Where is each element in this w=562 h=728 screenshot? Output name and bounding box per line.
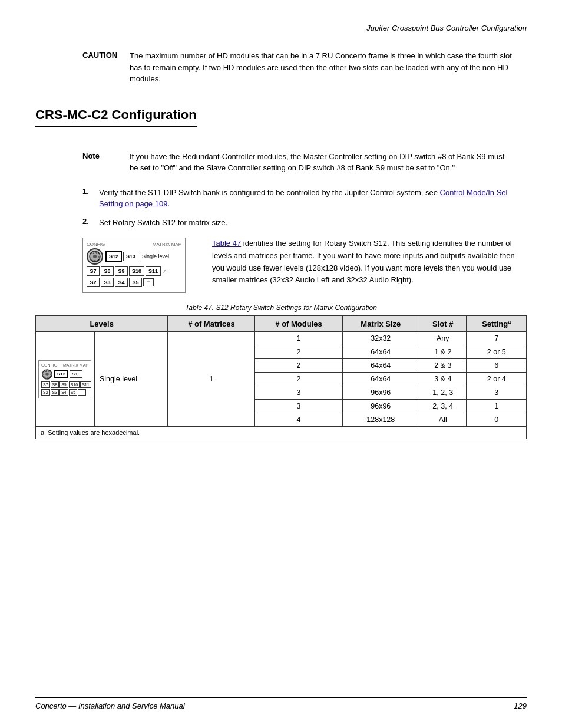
th-slot: Slot # — [419, 316, 467, 332]
hw-rect-module: □ — [143, 278, 154, 286]
step-1-text-after: . — [167, 199, 170, 208]
data-table: Levels # of Matrices # of Modules Matrix… — [35, 315, 527, 439]
table-para-text: identifies the setting for Rotary Switch… — [212, 239, 515, 284]
th-levels: Levels — [36, 316, 168, 332]
table-header-row: Levels # of Matrices # of Modules Matrix… — [36, 316, 527, 332]
caution-label: CAUTION — [82, 50, 130, 85]
hw-diagram-area: CONFIG MATRIX MAP 2 3 4 5 1 6 E D C B — [82, 238, 200, 295]
table-footnote-row: a. Setting values are hexadecimal. — [36, 427, 527, 439]
hw-row-2: S7 S8 S9 S10 S11 ≠ — [87, 266, 181, 276]
hw-chip-s10: S10 — [129, 266, 144, 276]
td-modules: 3 — [255, 386, 342, 400]
page-footer: Concerto — Installation and Service Manu… — [35, 697, 527, 710]
hw-top-labels: CONFIG MATRIX MAP — [87, 242, 181, 247]
td-setting: 2 or 4 — [467, 373, 527, 386]
step-2: 2. Set Rotary Switch S12 for matrix size… — [82, 217, 515, 229]
hw-label-matrix: MATRIX MAP — [153, 242, 181, 247]
td-slot: 3 & 4 — [419, 373, 467, 386]
step-1-text-before: Verify that the S11 DIP Switch bank is c… — [99, 188, 440, 197]
td-modules: 1 — [255, 332, 342, 345]
td-size: 64x64 — [342, 373, 419, 386]
section-title: CRS-MC-C2 Configuration — [35, 107, 197, 127]
hw-single-level-label: Single level — [142, 253, 169, 259]
td-size: 64x64 — [342, 345, 419, 359]
td-matrices: 1 — [168, 332, 255, 427]
td-modules: 2 — [255, 345, 342, 359]
td-setting: 0 — [467, 413, 527, 427]
footer-right: 129 — [514, 701, 527, 710]
td-slot: 1 & 2 — [419, 345, 467, 359]
hw-chip-s9: S9 — [115, 266, 128, 276]
table-47-link[interactable]: Table 47 — [212, 239, 241, 248]
note-label: Note — [82, 151, 130, 174]
td-modules: 4 — [255, 413, 342, 427]
step-2-text: Set Rotary Switch S12 for matrix size. — [99, 217, 227, 229]
hw-chip-s4: S4 — [115, 278, 128, 287]
caution-block: CAUTION The maximum number of HD modules… — [82, 50, 515, 85]
td-size: 128x128 — [342, 413, 419, 427]
svg-point-1 — [93, 255, 97, 258]
step-1-num: 1. — [82, 187, 99, 210]
td-slot: 2 & 3 — [419, 359, 467, 373]
hw-row-3: S2 S3 S4 S5 □ — [87, 278, 181, 287]
step-1: 1. Verify that the S11 DIP Switch bank i… — [82, 187, 515, 210]
hw-label-config: CONFIG — [87, 242, 105, 247]
svg-text:2 3 4 5: 2 3 4 5 — [90, 251, 100, 255]
svg-text:6: 6 — [50, 374, 51, 376]
td-setting: 1 — [467, 400, 527, 413]
svg-text:2 3 4 5: 2 3 4 5 — [43, 370, 51, 373]
td-setting: 6 — [467, 359, 527, 373]
td-slot: 1, 2, 3 — [419, 386, 467, 400]
hw-chip-s8: S8 — [101, 266, 114, 276]
td-slot: All — [419, 413, 467, 427]
table-paragraph: Table 47 identifies the setting for Rota… — [212, 238, 515, 286]
td-size: 32x32 — [342, 332, 419, 345]
th-modules: # of Modules — [255, 316, 342, 332]
note-block: Note If you have the Redundant-Controlle… — [82, 151, 515, 174]
th-matrix-size: Matrix Size — [342, 316, 419, 332]
hw-chip-s13: S13 — [123, 252, 138, 261]
hw-chip-s5: S5 — [129, 278, 142, 287]
th-matrices: # of Matrices — [168, 316, 255, 332]
caution-text: The maximum number of HD modules that ca… — [130, 50, 515, 85]
svg-point-9 — [45, 373, 48, 375]
steps-list: 1. Verify that the S11 DIP Switch bank i… — [82, 187, 515, 229]
header-title: Jupiter Crosspoint Bus Controller Config… — [366, 24, 527, 32]
td-diagram: CONFIGMATRIX MAP 2 3 4 5 1 6 E D C B A — [36, 332, 95, 427]
hw-chip-s11: S11 — [146, 266, 161, 276]
td-size: 96x96 — [342, 386, 419, 400]
table-caption: Table 47. S12 Rotary Switch Settings for… — [35, 304, 527, 312]
hw-diagram: CONFIG MATRIX MAP 2 3 4 5 1 6 E D C B — [82, 238, 186, 293]
svg-text:A: A — [98, 258, 100, 261]
step-1-text: Verify that the S11 DIP Switch bank is c… — [99, 187, 515, 210]
hw-rotary-switch: 2 3 4 5 1 6 E D C B A — [87, 248, 103, 265]
hw-s11-note: ≠ — [163, 269, 166, 274]
td-modules: 3 — [255, 400, 342, 413]
hw-chip-s12: S12 — [105, 251, 122, 262]
hw-chip-s2: S2 — [87, 278, 100, 287]
page: Jupiter Crosspoint Bus Controller Config… — [0, 0, 562, 728]
page-header: Jupiter Crosspoint Bus Controller Config… — [35, 24, 527, 32]
td-modules: 2 — [255, 373, 342, 386]
step-2-num: 2. — [82, 217, 99, 229]
note-text: If you have the Redundant-Controller mod… — [130, 151, 515, 174]
table-row: CONFIGMATRIX MAP 2 3 4 5 1 6 E D C B A — [36, 332, 527, 345]
hw-chip-s3: S3 — [101, 278, 114, 287]
td-slot: Any — [419, 332, 467, 345]
td-modules: 2 — [255, 359, 342, 373]
td-setting: 2 or 5 — [467, 345, 527, 359]
hw-chip-s7: S7 — [87, 266, 100, 276]
hw-row-1: 2 3 4 5 1 6 E D C B A S12 S13 Single lev… — [87, 248, 181, 265]
td-slot: 2, 3, 4 — [419, 400, 467, 413]
td-size: 64x64 — [342, 359, 419, 373]
td-size: 96x96 — [342, 400, 419, 413]
td-setting: 7 — [467, 332, 527, 345]
svg-text:1: 1 — [43, 374, 44, 376]
table-footnote: a. Setting values are hexadecimal. — [36, 427, 527, 439]
td-levels-label: Single level — [95, 332, 168, 427]
footer-left: Concerto — Installation and Service Manu… — [35, 701, 185, 710]
th-setting: Settinga — [467, 316, 527, 332]
td-setting: 3 — [467, 386, 527, 400]
